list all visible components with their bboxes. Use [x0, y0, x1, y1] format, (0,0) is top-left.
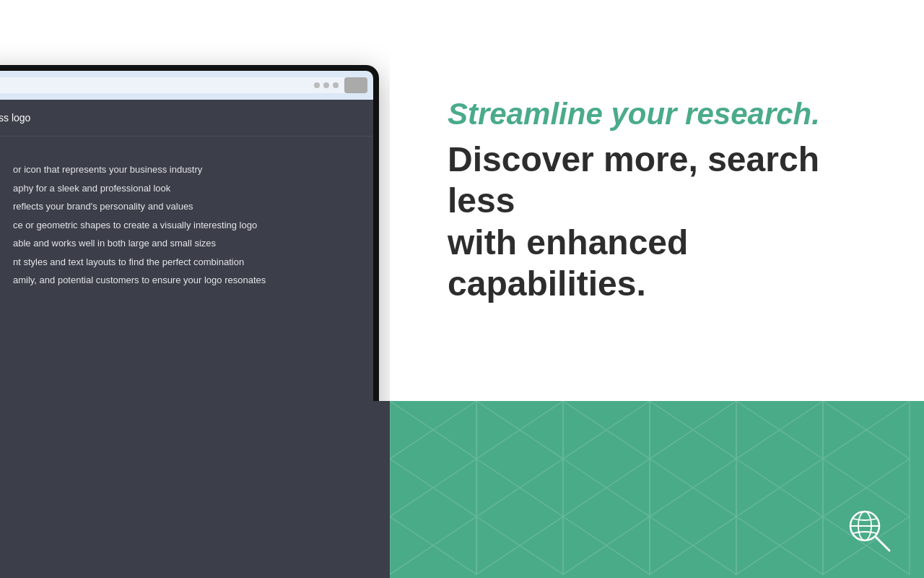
svg-marker-10 [823, 401, 866, 459]
message-line-2: reflects your brand's personality and va… [13, 199, 344, 214]
hero-dark-line2: with enhanced capabilities. [448, 223, 688, 303]
device-close-btn [344, 77, 367, 93]
svg-marker-14 [476, 459, 520, 517]
svg-line-39 [876, 537, 889, 551]
svg-marker-2 [476, 401, 520, 459]
device-frame: ss logo or icon that represents your bus… [0, 65, 379, 401]
url-bar [0, 77, 359, 93]
brand-search-icon [845, 506, 895, 556]
message-line-0: or icon that represents your business in… [13, 163, 344, 177]
svg-marker-8 [736, 401, 780, 459]
svg-marker-19 [693, 459, 736, 517]
svg-marker-4 [563, 401, 606, 459]
bottom-left-dark [0, 401, 390, 578]
svg-marker-33 [780, 517, 823, 574]
message-line-1: aphy for a sleek and professional look [13, 181, 344, 196]
svg-marker-21 [780, 459, 823, 517]
dot-2 [323, 82, 329, 88]
svg-marker-15 [520, 459, 563, 517]
svg-marker-18 [650, 459, 693, 517]
hero-headline-dark: Discover more, search less with enhanced… [448, 139, 881, 305]
dot-3 [333, 82, 339, 88]
svg-marker-1 [433, 401, 476, 459]
chat-messages-inner: or icon that represents your business in… [0, 151, 359, 299]
svg-marker-31 [693, 517, 736, 574]
svg-marker-3 [520, 401, 563, 459]
svg-marker-25 [433, 517, 476, 574]
svg-marker-24 [390, 517, 433, 574]
traffic-dots [314, 82, 339, 88]
svg-marker-9 [780, 401, 823, 459]
svg-marker-12 [390, 459, 433, 517]
svg-marker-32 [736, 517, 780, 574]
message-line-4: able and works well in both large and sm… [13, 236, 344, 251]
chat-messages: or icon that represents your business in… [0, 137, 373, 401]
svg-marker-17 [606, 459, 650, 517]
device-titlebar [0, 71, 373, 100]
svg-marker-0 [390, 401, 433, 459]
svg-marker-7 [693, 401, 736, 459]
hero-dark-line1: Discover more, search less [448, 140, 819, 220]
svg-marker-16 [563, 459, 606, 517]
hero-panel: Streamline your research. Discover more,… [390, 0, 924, 401]
svg-marker-5 [606, 401, 650, 459]
svg-marker-6 [650, 401, 693, 459]
svg-marker-29 [606, 517, 650, 574]
geo-pattern [390, 401, 924, 578]
svg-marker-27 [520, 517, 563, 574]
message-line-5: nt styles and text layouts to find the p… [13, 255, 344, 269]
svg-marker-28 [563, 517, 606, 574]
dot-1 [314, 82, 320, 88]
hero-headline-green: Streamline your research. [448, 96, 881, 132]
svg-marker-26 [476, 517, 520, 574]
message-line-6: amily, and potential customers to ensure… [13, 273, 344, 288]
svg-marker-30 [650, 517, 693, 574]
bottom-right-green [390, 401, 924, 578]
bottom-section [0, 401, 924, 578]
message-line-3: ce or geometric shapes to create a visua… [13, 218, 344, 233]
device-content: ss logo or icon that represents your bus… [0, 100, 373, 401]
chat-header: ss logo [0, 100, 373, 137]
device-mockup-panel: ss logo or icon that represents your bus… [0, 0, 390, 401]
svg-marker-11 [866, 401, 910, 459]
svg-marker-13 [433, 459, 476, 517]
svg-marker-20 [736, 459, 780, 517]
chat-title: ss logo [0, 112, 30, 124]
